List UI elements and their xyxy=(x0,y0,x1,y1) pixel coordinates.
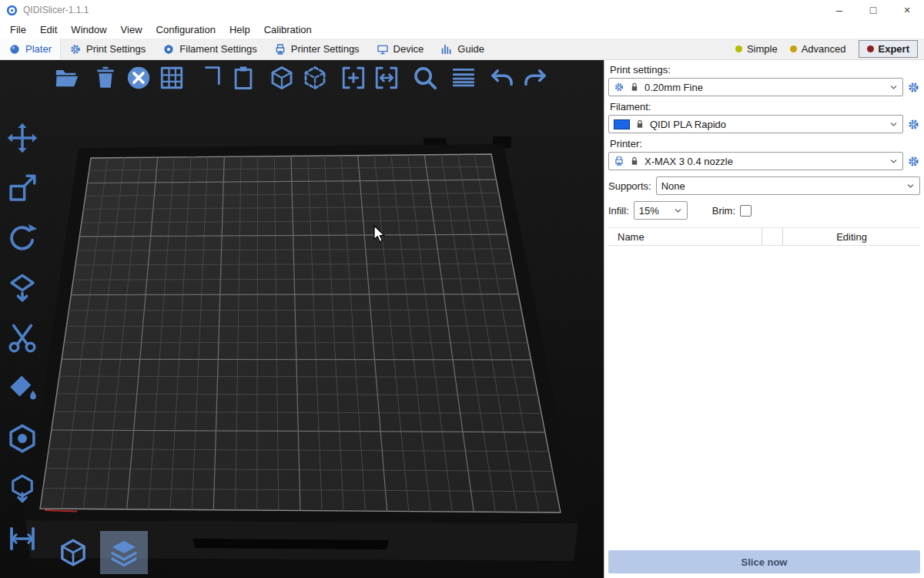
filament-icon xyxy=(162,43,175,55)
split-parts-icon[interactable] xyxy=(373,65,400,91)
printer-icon xyxy=(274,43,286,55)
infill-label: Infill: xyxy=(608,205,629,217)
lock-icon xyxy=(629,156,640,166)
app-logo-icon xyxy=(6,5,18,16)
object-table: Name Editing xyxy=(608,227,920,544)
measure-icon[interactable] xyxy=(6,523,38,555)
maximize-button[interactable]: □ xyxy=(856,0,890,20)
view-toggle xyxy=(49,531,148,574)
editor-view-button[interactable] xyxy=(49,531,97,574)
chevron-down-icon xyxy=(906,182,915,190)
tab-label: Printer Settings xyxy=(291,43,360,55)
column-header-editing[interactable]: Editing xyxy=(783,231,920,243)
plater-toolbar xyxy=(54,65,548,91)
plater-icon xyxy=(8,43,21,55)
tabbar: PlaterPrint SettingsFilament SettingsPri… xyxy=(0,39,924,60)
tab-guide[interactable]: Guide xyxy=(432,39,493,59)
chevron-down-icon xyxy=(889,120,898,129)
print-settings-combo[interactable]: 0.20mm Fine xyxy=(608,78,903,96)
mode-expert[interactable]: Expert xyxy=(859,40,918,58)
slice-now-button[interactable]: Slice now xyxy=(608,550,920,573)
supports-combo[interactable]: None xyxy=(656,176,920,195)
paint-icon[interactable] xyxy=(6,372,38,405)
sink-icon[interactable] xyxy=(6,472,38,505)
folder-open-icon[interactable] xyxy=(54,65,80,91)
move-icon[interactable] xyxy=(6,122,38,154)
guide-icon xyxy=(440,43,453,55)
column-header-extruder[interactable] xyxy=(762,228,783,245)
object-list[interactable] xyxy=(608,246,920,544)
chevron-down-icon xyxy=(889,157,898,166)
printer-combo[interactable]: X-MAX 3 0.4 nozzle xyxy=(608,152,903,170)
printer-value: X-MAX 3 0.4 nozzle xyxy=(644,156,733,167)
tab-label: Plater xyxy=(25,43,52,55)
close-button[interactable]: × xyxy=(890,0,924,20)
lock-icon xyxy=(629,82,640,92)
menu-view[interactable]: View xyxy=(114,22,149,38)
tab-label: Guide xyxy=(457,43,484,55)
menu-calibration[interactable]: Calibration xyxy=(257,22,319,38)
menu-edit[interactable]: Edit xyxy=(33,22,64,38)
seam-icon[interactable] xyxy=(6,422,38,455)
tab-plater[interactable]: Plater xyxy=(0,39,61,59)
menu-window[interactable]: Window xyxy=(64,22,113,38)
chevron-down-icon xyxy=(889,83,898,92)
print-settings-gear-button[interactable] xyxy=(907,81,920,94)
mode-label: Expert xyxy=(879,43,909,55)
cube-icon[interactable] xyxy=(269,65,295,91)
scale-icon[interactable] xyxy=(6,172,38,204)
settings-sidebar: Print settings: 0.20mm Fine Filament: QI… xyxy=(604,60,924,578)
mode-dot-icon xyxy=(790,45,797,52)
split-objects-icon[interactable] xyxy=(340,65,367,91)
rotate-icon[interactable] xyxy=(6,222,38,254)
menu-configuration[interactable]: Configuration xyxy=(149,22,223,38)
filament-value: QIDI PLA Rapido xyxy=(650,119,726,130)
cube-dashed-icon[interactable] xyxy=(302,65,328,91)
supports-value: None xyxy=(661,180,685,192)
infill-combo[interactable]: 15% xyxy=(634,201,688,220)
tab-print-settings[interactable]: Print Settings xyxy=(61,39,154,59)
preview-icon xyxy=(109,537,139,568)
chevron-down-icon xyxy=(674,207,682,215)
filament-gear-button[interactable] xyxy=(907,118,920,131)
preview-view-button[interactable] xyxy=(100,531,148,574)
tab-device[interactable]: Device xyxy=(368,39,433,59)
mode-label: Simple xyxy=(747,43,778,55)
undo-icon[interactable] xyxy=(489,65,515,91)
brim-checkbox[interactable] xyxy=(740,205,752,217)
layers-lines-icon[interactable] xyxy=(450,65,477,91)
mode-advanced[interactable]: Advanced xyxy=(790,43,846,55)
redo-icon[interactable] xyxy=(522,65,548,91)
printer-icon xyxy=(614,156,624,166)
menu-file[interactable]: File xyxy=(3,22,33,38)
brim-label: Brim: xyxy=(712,205,735,217)
copy-icon[interactable] xyxy=(197,65,223,91)
build-plate-3d-view[interactable] xyxy=(0,60,604,578)
search-icon[interactable] xyxy=(412,65,438,91)
delete-all-icon[interactable] xyxy=(126,65,152,91)
window-title: QIDISlicer-1.1.1 xyxy=(23,5,89,15)
cut-icon[interactable] xyxy=(6,322,38,355)
paste-icon[interactable] xyxy=(230,65,256,91)
minimize-button[interactable]: – xyxy=(822,0,856,20)
menu-help[interactable]: Help xyxy=(223,22,257,38)
titlebar: QIDISlicer-1.1.1 – □ × xyxy=(0,0,924,20)
flatten-icon[interactable] xyxy=(6,272,38,304)
arrange-icon[interactable] xyxy=(159,65,185,91)
tab-printer-settings[interactable]: Printer Settings xyxy=(266,39,368,59)
supports-label: Supports: xyxy=(608,180,651,192)
printer-gear-button[interactable] xyxy=(907,155,920,168)
column-header-name[interactable]: Name xyxy=(608,228,762,245)
filament-label: Filament: xyxy=(610,101,919,113)
tab-strip: PlaterPrint SettingsFilament SettingsPri… xyxy=(0,39,493,59)
object-table-header: Name Editing xyxy=(608,228,920,246)
filament-combo[interactable]: QIDI PLA Rapido xyxy=(608,115,903,133)
trash-icon[interactable] xyxy=(92,65,119,91)
tab-filament-settings[interactable]: Filament Settings xyxy=(154,39,265,59)
mode-dot-icon xyxy=(735,45,742,52)
mode-switcher: SimpleAdvancedExpert xyxy=(735,39,924,59)
print-settings-label: Print settings: xyxy=(610,64,919,76)
mode-simple[interactable]: Simple xyxy=(735,43,778,55)
gizmo-toolbar xyxy=(6,122,38,555)
3d-viewport[interactable] xyxy=(0,60,604,578)
